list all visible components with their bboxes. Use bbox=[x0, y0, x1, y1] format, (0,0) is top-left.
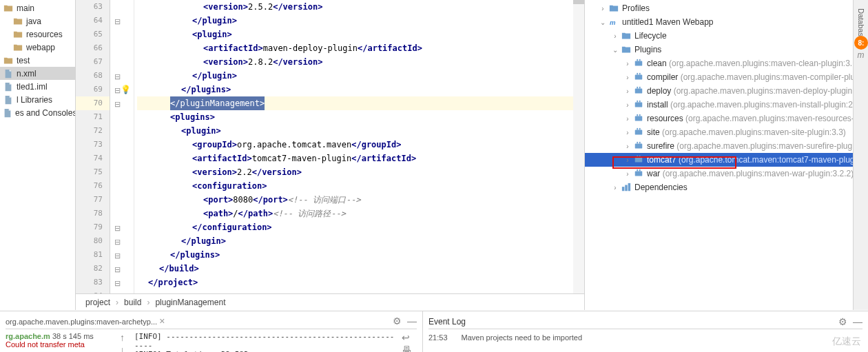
expand-arrow-icon[interactable]: › bbox=[622, 87, 633, 95]
expand-arrow-icon[interactable]: › bbox=[622, 74, 633, 81]
code-line[interactable]: <plugins> bbox=[137, 110, 573, 124]
fold-icon[interactable]: ⊟ bbox=[114, 100, 121, 107]
close-icon[interactable]: × bbox=[159, 315, 165, 327]
gear-icon[interactable]: ⚙ bbox=[838, 316, 847, 327]
soft-wrap-icon[interactable]: ↩ bbox=[402, 332, 411, 343]
fold-gutter[interactable]: ⊟⊟💡⊟⊟⊟⊟⊟⊟⊟ bbox=[110, 0, 134, 293]
maven-tree-item[interactable]: ›Profiles bbox=[585, 1, 868, 15]
maven-tree-item[interactable]: ›resources (org.apache.maven.plugins:mav… bbox=[585, 112, 868, 125]
project-tree-item[interactable]: tled1.iml bbox=[0, 80, 75, 93]
intention-bulb-icon[interactable]: 💡 bbox=[121, 85, 131, 94]
maven-tree-item[interactable]: ›clean (org.apache.maven.plugins:maven-c… bbox=[585, 56, 868, 70]
minimize-icon[interactable]: — bbox=[407, 315, 417, 327]
plugin-icon bbox=[633, 58, 644, 69]
code-line[interactable]: <artifactId>tomcat7-maven-plugin</artifa… bbox=[137, 152, 573, 165]
code-line[interactable]: <version>2.2</version> bbox=[137, 165, 573, 179]
maven-tree-item[interactable]: ›install (org.apache.maven.plugins:maven… bbox=[585, 98, 868, 112]
code-line[interactable]: <port>8080</port> <!-- 访问端口--> bbox=[137, 193, 573, 207]
fold-icon[interactable]: ⊟ bbox=[114, 238, 121, 245]
console-output[interactable]: [INFO] ---------------------------------… bbox=[129, 332, 396, 352]
project-tree-item[interactable]: main bbox=[0, 1, 75, 14]
fold-icon[interactable]: ⊟ bbox=[114, 224, 121, 231]
expand-arrow-icon[interactable]: › bbox=[622, 170, 633, 178]
breadcrumb-item[interactable]: pluginManagement bbox=[155, 298, 225, 307]
up-icon[interactable]: ↑ bbox=[120, 332, 125, 343]
svg-rect-29 bbox=[625, 185, 628, 191]
maven-item-label: tomcat7 (org.apache.tomcat.maven:tomcat7… bbox=[647, 155, 855, 165]
maven-tree-item[interactable]: ›war (org.apache.maven.plugins:maven-war… bbox=[585, 167, 868, 180]
code-line[interactable]: </project> bbox=[137, 276, 573, 289]
folder-src-icon bbox=[12, 16, 23, 27]
maven-tree-item[interactable]: ›Lifecycle bbox=[585, 29, 868, 43]
run-tab[interactable]: org.apache.maven.plugins:maven-archetyp.… bbox=[6, 315, 165, 327]
project-tree-item[interactable]: l Libraries bbox=[0, 93, 75, 106]
bottom-tool-window: org.apache.maven.plugins:maven-archetyp.… bbox=[0, 311, 868, 352]
fold-icon[interactable]: ⊟ bbox=[114, 265, 121, 272]
project-tree-item[interactable]: webapp bbox=[0, 41, 75, 54]
project-tree-item[interactable]: java bbox=[0, 14, 75, 28]
code-line[interactable]: </plugin> bbox=[137, 69, 573, 83]
console-icon bbox=[3, 107, 12, 118]
expand-arrow-icon[interactable]: › bbox=[610, 32, 621, 40]
expand-arrow-icon[interactable]: › bbox=[610, 184, 621, 191]
watermark: 亿速云 bbox=[832, 335, 861, 348]
fold-icon[interactable]: ⊟ bbox=[114, 86, 121, 93]
fold-icon[interactable]: ⊟ bbox=[114, 17, 121, 24]
code-line[interactable]: <groupId>org.apache.tomcat.maven</groupI… bbox=[137, 138, 573, 152]
code-line[interactable]: <version>2.5.2</version> bbox=[137, 0, 573, 14]
project-tree-item[interactable]: test bbox=[0, 54, 75, 67]
expand-arrow-icon[interactable]: › bbox=[622, 60, 633, 68]
code-line[interactable]: <path>/</path> <!-- 访问路径--> bbox=[137, 207, 573, 220]
fold-icon[interactable]: ⊟ bbox=[114, 279, 121, 286]
maven-tree-item[interactable]: ⌄Plugins bbox=[585, 43, 868, 56]
breadcrumb-item[interactable]: build bbox=[124, 298, 141, 307]
code-line[interactable]: </plugin> bbox=[137, 234, 573, 248]
code-line[interactable]: </plugins> bbox=[137, 83, 573, 96]
maven-tree-item[interactable]: ›compiler (org.apache.maven.plugins:mave… bbox=[585, 70, 868, 84]
expand-arrow-icon[interactable]: › bbox=[622, 143, 633, 150]
code-line[interactable]: <plugin> bbox=[137, 124, 573, 138]
code-line[interactable]: </plugin> bbox=[137, 14, 573, 28]
code-line[interactable]: </pluginManagement> bbox=[137, 96, 573, 110]
expand-arrow-icon[interactable]: › bbox=[622, 156, 633, 164]
svg-rect-17 bbox=[637, 128, 638, 130]
maven-tree-item[interactable]: ›site (org.apache.maven.plugins:maven-si… bbox=[585, 125, 868, 139]
gear-icon[interactable]: ⚙ bbox=[393, 315, 402, 327]
expand-arrow-icon[interactable]: › bbox=[597, 5, 608, 12]
code-line[interactable]: </configuration> bbox=[137, 220, 573, 234]
editor-scrollbar[interactable] bbox=[573, 0, 584, 293]
svg-rect-22 bbox=[635, 158, 643, 163]
code-line[interactable]: <configuration> bbox=[137, 179, 573, 193]
fold-icon[interactable]: ⊟ bbox=[114, 251, 121, 258]
project-tree-item[interactable]: es and Consoles bbox=[0, 106, 75, 119]
down-icon[interactable]: ↓ bbox=[120, 344, 125, 352]
maven-tree-item[interactable]: ›Dependencies bbox=[585, 180, 868, 194]
maven-tab-icon[interactable]: m bbox=[858, 50, 865, 60]
maven-tree-item[interactable]: ⌄muntitled1 Maven Webapp bbox=[585, 15, 868, 29]
project-tree-item[interactable]: n.xml bbox=[0, 67, 75, 80]
svg-rect-12 bbox=[639, 101, 641, 103]
code-line[interactable]: </build> bbox=[137, 262, 573, 276]
minimize-icon[interactable]: — bbox=[853, 316, 862, 327]
svg-rect-7 bbox=[635, 89, 643, 94]
fold-icon[interactable]: ⊟ bbox=[114, 72, 121, 79]
code-line[interactable]: <plugin> bbox=[137, 28, 573, 41]
code-line[interactable]: <version>2.8.2</version> bbox=[137, 55, 573, 69]
maven-tree-item[interactable]: ›deploy (org.apache.maven.plugins:maven-… bbox=[585, 84, 868, 98]
line-gutter: 6364656667686970717273747576777879808182… bbox=[76, 0, 110, 293]
expand-arrow-icon[interactable]: › bbox=[622, 101, 633, 109]
code-line[interactable]: <artifactId>maven-deploy-plugin</artifac… bbox=[137, 41, 573, 55]
print-icon[interactable]: 🖶 bbox=[402, 344, 411, 352]
maven-tree-item[interactable]: ›surefire (org.apache.maven.plugins:mave… bbox=[585, 139, 868, 153]
maven-tree-item[interactable]: ›tomcat7 (org.apache.tomcat.maven:tomcat… bbox=[585, 153, 868, 167]
notification-badge[interactable]: 8: bbox=[854, 36, 868, 50]
project-tree-item[interactable]: resources bbox=[0, 28, 75, 41]
expand-arrow-icon[interactable]: › bbox=[622, 129, 633, 136]
breadcrumb[interactable]: project › build › pluginManagement bbox=[76, 293, 584, 310]
breadcrumb-item[interactable]: project bbox=[85, 298, 110, 307]
expand-arrow-icon[interactable]: ⌄ bbox=[597, 19, 608, 26]
code-line[interactable]: </plugins> bbox=[137, 248, 573, 262]
code-area[interactable]: <version>2.5.2</version></plugin><plugin… bbox=[134, 0, 573, 293]
expand-arrow-icon[interactable]: › bbox=[622, 115, 633, 123]
expand-arrow-icon[interactable]: ⌄ bbox=[610, 46, 621, 54]
